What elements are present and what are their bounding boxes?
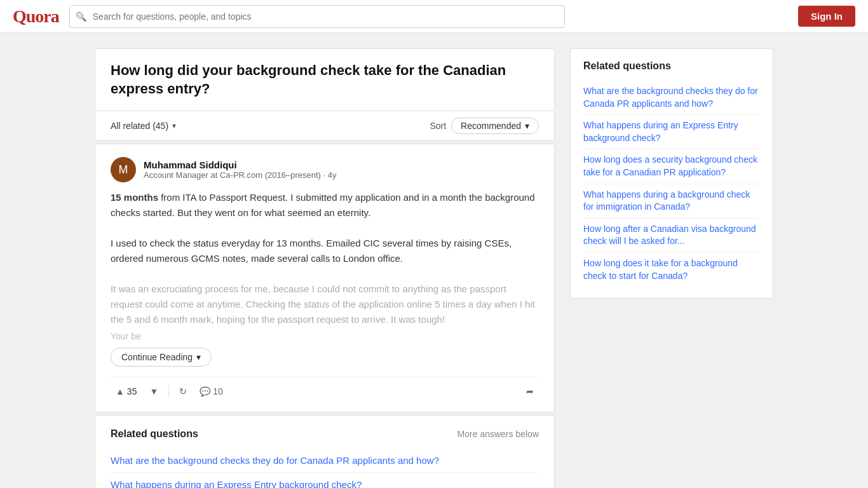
right-sidebar: Related questions What are the backgroun… <box>570 48 773 488</box>
comment-count: 10 <box>213 386 223 396</box>
share-icon: ➦ <box>526 386 534 396</box>
continue-chevron-icon: ▾ <box>196 352 201 362</box>
related-inline-card: Related questions More answers below Wha… <box>95 415 555 488</box>
sidebar-link-2[interactable]: What happens during an Express Entry bac… <box>583 120 738 143</box>
related-inline-title: Related questions <box>111 428 198 440</box>
author-name[interactable]: Muhammad Siddiqui <box>144 159 336 170</box>
avatar-letter: M <box>119 163 128 177</box>
list-item: What happens during an Express Entry bac… <box>111 473 539 488</box>
upvote-button[interactable]: ▲ 35 <box>111 384 142 399</box>
search-icon: 🔍 <box>76 11 86 22</box>
answer-preview-text: Your be <box>111 331 539 341</box>
question-title: How long did your background check take … <box>111 62 539 98</box>
recommended-label: Recommended <box>461 121 521 131</box>
avatar: M <box>111 157 136 182</box>
answer-text: 15 months from ITA to Passport Request. … <box>111 190 539 327</box>
comment-button[interactable]: 💬 10 <box>194 384 228 399</box>
upvote-count: 35 <box>127 386 137 396</box>
action-divider <box>168 385 169 398</box>
list-item: How long after a Canadian visa backgroun… <box>583 219 760 253</box>
reshare-icon: ↻ <box>179 386 187 396</box>
question-card: How long did your background check take … <box>95 48 555 111</box>
list-item: How long does it take for a background c… <box>583 253 760 287</box>
action-bar: ▲ 35 ▼ ↻ 💬 10 ➦ <box>111 377 539 399</box>
sidebar-title: Related questions <box>583 60 760 72</box>
main-container: How long did your background check take … <box>85 33 783 488</box>
author-title: Account Manager at Ca-PR.com (2016–prese… <box>144 170 336 180</box>
comment-icon: 💬 <box>200 386 210 396</box>
logo[interactable]: Quora <box>13 6 59 27</box>
more-answers-label: More answers below <box>458 429 539 439</box>
answer-card: M Muhammad Siddiqui Account Manager at C… <box>95 144 555 412</box>
continue-reading-button[interactable]: Continue Reading ▾ <box>111 348 212 367</box>
related-inline-link-2[interactable]: What happens during an Express Entry bac… <box>111 479 362 488</box>
answer-paragraph-1: 15 months from ITA to Passport Request. … <box>111 190 539 220</box>
all-related-dropdown[interactable]: All related (45) ▾ <box>111 121 176 131</box>
downvote-icon: ▼ <box>149 386 158 396</box>
reshare-button[interactable]: ↻ <box>174 384 192 399</box>
list-item: How long does a security background chec… <box>583 149 760 184</box>
related-inline-header: Related questions More answers below <box>111 428 539 440</box>
list-item: What happens during a background check f… <box>583 184 760 219</box>
sidebar-link-5[interactable]: How long after a Canadian visa backgroun… <box>583 224 756 247</box>
filter-bar: All related (45) ▾ Sort Recommended ▾ <box>95 111 555 141</box>
sidebar-links-list: What are the background checks they do f… <box>583 81 760 287</box>
header: Quora 🔍 Sign In <box>0 0 868 33</box>
sidebar-card: Related questions What are the backgroun… <box>570 48 773 299</box>
sort-section: Sort Recommended ▾ <box>430 118 539 134</box>
recommended-sort-button[interactable]: Recommended ▾ <box>451 118 539 134</box>
related-inline-link-1[interactable]: What are the background checks they do f… <box>111 455 439 466</box>
list-item: What are the background checks they do f… <box>111 449 539 473</box>
answer-paragraph-1-rest: from ITA to Passport Request. I submitte… <box>111 192 535 218</box>
upvote-icon: ▲ <box>116 386 125 396</box>
search-bar-container: 🔍 <box>69 5 565 28</box>
sort-label: Sort <box>430 121 446 131</box>
related-inline-list: What are the background checks they do f… <box>111 449 539 488</box>
left-content: How long did your background check take … <box>95 48 555 488</box>
downvote-button[interactable]: ▼ <box>144 384 163 399</box>
chevron-down-icon: ▾ <box>172 121 176 130</box>
author-info: Muhammad Siddiqui Account Manager at Ca-… <box>144 159 336 180</box>
all-related-label: All related (45) <box>111 121 168 131</box>
share-button[interactable]: ➦ <box>521 384 539 399</box>
sign-in-button[interactable]: Sign In <box>798 6 855 27</box>
sidebar-link-1[interactable]: What are the background checks they do f… <box>583 86 758 109</box>
sidebar-link-4[interactable]: What happens during a background check f… <box>583 189 750 212</box>
sidebar-link-6[interactable]: How long does it take for a background c… <box>583 258 738 281</box>
sidebar-link-3[interactable]: How long does a security background chec… <box>583 154 757 177</box>
sort-chevron-icon: ▾ <box>525 121 529 131</box>
answer-paragraph-2: I used to check the status everyday for … <box>111 236 539 266</box>
list-item: What are the background checks they do f… <box>583 81 760 115</box>
list-item: What happens during an Express Entry bac… <box>583 115 760 149</box>
continue-reading-label: Continue Reading <box>121 352 193 362</box>
search-input[interactable] <box>69 5 565 28</box>
header-right: Sign In <box>798 6 855 27</box>
answer-paragraph-3: It was an excruciating process for me, b… <box>111 281 539 327</box>
answer-bold-months: 15 months <box>111 192 158 203</box>
author-row: M Muhammad Siddiqui Account Manager at C… <box>111 157 539 182</box>
